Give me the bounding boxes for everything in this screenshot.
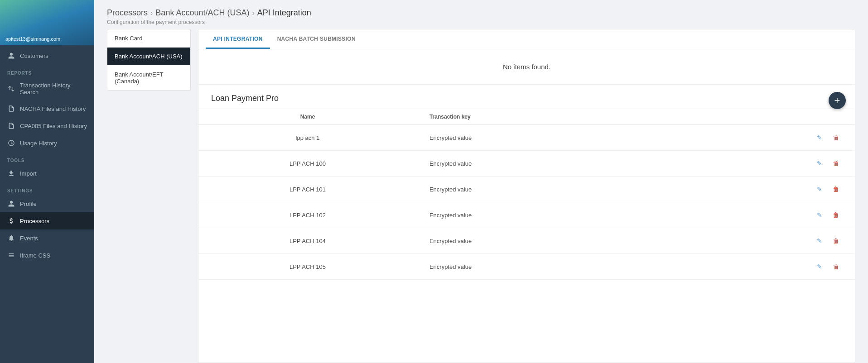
- table-row: LPP ACH 104 Encrypted value ✎ 🗑: [198, 228, 855, 254]
- swap-icon: [7, 85, 15, 93]
- edit-button-1[interactable]: ✎: [813, 157, 826, 170]
- cell-actions-1: ✎ 🗑: [656, 151, 855, 177]
- sidebar-item-cpa005-files[interactable]: CPA005 Files and History: [0, 117, 94, 134]
- cell-key-2: Encrypted value: [417, 177, 656, 202]
- breadcrumb: Processors › Bank Account/ACH (USA) › AP…: [107, 8, 855, 18]
- edit-icon-5: ✎: [817, 263, 822, 270]
- sidebar-nav: Customers REPORTS Transaction History Se…: [0, 45, 94, 363]
- tabs: API INTEGRATION NACHA BATCH SUBMISSION: [198, 29, 855, 49]
- tab-api-integration[interactable]: API INTEGRATION: [206, 29, 270, 49]
- delete-button-1[interactable]: 🗑: [829, 157, 842, 170]
- sidebar-item-nacha-files[interactable]: NACHA Files and History: [0, 100, 94, 117]
- cell-name-0: lpp ach 1: [198, 125, 417, 151]
- table-row: LPP ACH 105 Encrypted value ✎ 🗑: [198, 254, 855, 280]
- sidebar-item-iframe-css[interactable]: Iframe CSS: [0, 247, 94, 264]
- delete-button-4[interactable]: 🗑: [829, 234, 842, 247]
- edit-button-5[interactable]: ✎: [813, 260, 826, 273]
- sidebar-item-events[interactable]: Events: [0, 229, 94, 247]
- sidebar-header: apitest13@simnang.com: [0, 0, 94, 45]
- add-button[interactable]: +: [829, 92, 846, 109]
- file2-icon: [7, 122, 15, 130]
- cell-key-4: Encrypted value: [417, 228, 656, 254]
- left-panel-bank-account-eft[interactable]: Bank Account/EFT (Canada): [107, 66, 190, 90]
- dollar-icon: [7, 217, 15, 225]
- sidebar-item-customers[interactable]: Customers: [0, 47, 94, 64]
- delete-icon-0: 🗑: [833, 134, 839, 141]
- table-row: lpp ach 1 Encrypted value ✎ 🗑: [198, 125, 855, 151]
- sidebar-item-events-label: Events: [20, 235, 38, 242]
- sidebar-item-transaction-history[interactable]: Transaction History Search: [0, 77, 94, 100]
- cell-actions-5: ✎ 🗑: [656, 254, 855, 280]
- left-panel: Bank Card Bank Account/ACH (USA) Bank Ac…: [107, 29, 191, 91]
- no-items-message: No items found.: [198, 49, 855, 85]
- delete-icon-1: 🗑: [833, 160, 839, 167]
- sidebar-item-profile-label: Profile: [20, 201, 37, 207]
- table-row: LPP ACH 102 Encrypted value ✎ 🗑: [198, 202, 855, 228]
- sidebar: apitest13@simnang.com Customers REPORTS …: [0, 0, 94, 363]
- breadcrumb-bank-account[interactable]: Bank Account/ACH (USA): [155, 8, 249, 18]
- cell-name-2: LPP ACH 101: [198, 177, 417, 202]
- edit-icon-4: ✎: [817, 237, 822, 244]
- sidebar-item-processors-label: Processors: [20, 218, 49, 224]
- sidebar-item-cpa005-label: CPA005 Files and History: [20, 123, 87, 129]
- hash-icon: [7, 251, 15, 259]
- left-panel-bank-card[interactable]: Bank Card: [107, 29, 190, 48]
- cell-name-1: LPP ACH 100: [198, 151, 417, 177]
- reports-section-label: REPORTS: [0, 64, 94, 77]
- cell-name-5: LPP ACH 105: [198, 254, 417, 280]
- file-icon: [7, 105, 15, 113]
- sidebar-item-iframe-css-label: Iframe CSS: [20, 252, 50, 259]
- breadcrumb-subtitle: Configuration of the payment processors: [107, 19, 855, 25]
- profile-person-icon: [7, 200, 15, 208]
- cell-key-0: Encrypted value: [417, 125, 656, 151]
- cell-name-3: LPP ACH 102: [198, 202, 417, 228]
- breadcrumb-processors[interactable]: Processors: [107, 8, 148, 18]
- edit-button-3[interactable]: ✎: [813, 209, 826, 221]
- breadcrumb-sep-2: ›: [252, 9, 254, 17]
- cell-key-3: Encrypted value: [417, 202, 656, 228]
- breadcrumb-sep-1: ›: [150, 9, 153, 17]
- cell-key-5: Encrypted value: [417, 254, 656, 280]
- cell-key-1: Encrypted value: [417, 151, 656, 177]
- edit-icon-1: ✎: [817, 160, 822, 167]
- right-panel: API INTEGRATION NACHA BATCH SUBMISSION N…: [198, 29, 855, 363]
- settings-section-label: SETTINGS: [0, 182, 94, 195]
- delete-icon-3: 🗑: [833, 211, 839, 219]
- edit-icon-2: ✎: [817, 186, 822, 193]
- main-content: Processors › Bank Account/ACH (USA) › AP…: [94, 0, 868, 363]
- edit-icon-0: ✎: [817, 134, 822, 141]
- edit-button-0[interactable]: ✎: [813, 131, 826, 144]
- person-icon: [7, 52, 15, 60]
- delete-button-0[interactable]: 🗑: [829, 131, 842, 144]
- sidebar-item-usage-history[interactable]: Usage History: [0, 134, 94, 152]
- sidebar-item-profile[interactable]: Profile: [0, 195, 94, 212]
- cell-actions-0: ✎ 🗑: [656, 125, 855, 151]
- section-title: Loan Payment Pro: [198, 85, 855, 109]
- cell-actions-4: ✎ 🗑: [656, 228, 855, 254]
- clock-icon: [7, 139, 15, 147]
- col-actions-header: [656, 109, 855, 125]
- sidebar-item-nacha-label: NACHA Files and History: [20, 105, 86, 112]
- tab-nacha-batch[interactable]: NACHA BATCH SUBMISSION: [270, 29, 363, 49]
- table-section: No items found. Loan Payment Pro + Name …: [198, 49, 855, 363]
- edit-button-4[interactable]: ✎: [813, 234, 826, 247]
- edit-button-2[interactable]: ✎: [813, 183, 826, 196]
- left-panel-bank-account-ach[interactable]: Bank Account/ACH (USA): [107, 48, 190, 66]
- topbar: Processors › Bank Account/ACH (USA) › AP…: [94, 0, 868, 29]
- sidebar-item-import-label: Import: [20, 170, 37, 177]
- sidebar-item-processors[interactable]: Processors: [0, 212, 94, 229]
- cell-actions-2: ✎ 🗑: [656, 177, 855, 202]
- delete-button-3[interactable]: 🗑: [829, 209, 842, 221]
- sidebar-item-import[interactable]: Import: [0, 165, 94, 182]
- import-icon: [7, 169, 15, 177]
- cell-name-4: LPP ACH 104: [198, 228, 417, 254]
- sidebar-user-email: apitest13@simnang.com: [5, 36, 60, 42]
- tools-section-label: TOOLS: [0, 152, 94, 165]
- sidebar-item-customers-label: Customers: [20, 53, 48, 59]
- delete-icon-2: 🗑: [833, 186, 839, 193]
- delete-button-2[interactable]: 🗑: [829, 183, 842, 196]
- col-key-header: Transaction key: [417, 109, 656, 125]
- col-name-header: Name: [198, 109, 417, 125]
- delete-button-5[interactable]: 🗑: [829, 260, 842, 273]
- cell-actions-3: ✎ 🗑: [656, 202, 855, 228]
